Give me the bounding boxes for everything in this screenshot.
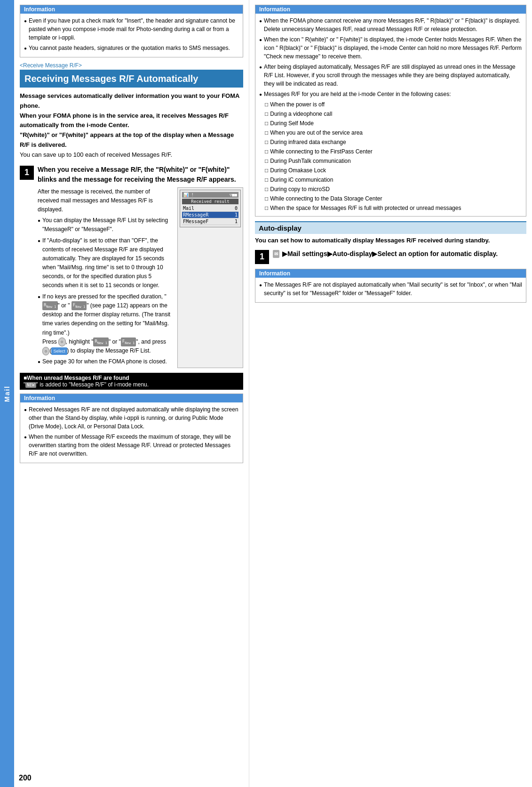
info-box-header: Information [20, 5, 243, 14]
step-bullet-2: If "Auto-display" is set to other than "… [38, 236, 173, 290]
section-tag: <Receive Message R/F> [20, 62, 243, 69]
sub-item-7: During PushTalk communication [265, 157, 522, 165]
step-1-content: When you receive a Message R/F, the "R(w… [38, 165, 243, 369]
auto-display-step-1: 1 ✉ ▶Mail settings▶Auto-display▶Select a… [255, 249, 526, 264]
top-info-box-left: Information Even if you have put a check… [20, 5, 243, 57]
sub-item-1: When the power is off [265, 100, 522, 109]
screen-row-messageR: RMessageR1 [182, 212, 238, 218]
unread-box-content: "NEW" is added to "Message R/F" of i-mod… [24, 381, 149, 388]
top-info-box-right: Information When the FOMA phone cannot r… [255, 5, 526, 217]
bottom-bullet-1: Received Messages R/F are not displayed … [24, 405, 239, 431]
step-1-body: After the message is received, the numbe… [38, 187, 243, 369]
sub-list: When the power is off During a videophon… [265, 100, 522, 212]
page-number: 200 [19, 774, 32, 782]
sub-item-12: When the space for Messages R/F is full … [265, 204, 522, 212]
screen-mockup: 📊 ! ▽■■ Received result Mail0 RMessageR1 [177, 187, 243, 369]
sub-item-4: When you are out of the service area [265, 128, 522, 137]
auto-display-section: Auto-display You can set how to automati… [255, 221, 526, 303]
right-info-header: Information [255, 5, 526, 14]
sub-item-2: During a videophone call [265, 110, 522, 118]
sub-item-10: During copy to microSD [265, 185, 522, 193]
info-bullet-2: You cannot paste headers, signatures or … [24, 44, 239, 52]
step-1-text: After the message is received, the numbe… [38, 187, 173, 369]
sidebar-tab: Mail [0, 0, 14, 787]
bottom-info-header: Information [20, 394, 243, 402]
circle-button-2[interactable]: ○ [42, 347, 49, 355]
auto-display-info-content: The Messages R/F are not displayed autom… [255, 278, 526, 302]
auto-display-instruction: ✉ ▶Mail settings▶Auto-display▶Select an … [273, 249, 526, 259]
step-number-1: 1 [20, 166, 34, 180]
section-intro: Message services automatically deliver i… [20, 91, 243, 160]
step-1-title: When you receive a Message R/F, the "R(w… [38, 165, 243, 185]
screen-row-messageF: FMessageF1 [182, 218, 238, 225]
right-info-content: When the FOMA phone cannot receive any m… [255, 14, 526, 216]
unread-box: ■When unread Messages R/F are found "NEW… [20, 373, 243, 390]
step-bullet-3: If no keys are pressed for the specified… [38, 292, 173, 356]
mail-icon: ✉ [273, 250, 279, 258]
bottom-info-box-left: Information Received Messages R/F are no… [20, 394, 243, 463]
sub-item-11: While connecting to the Data Storage Cen… [265, 194, 522, 203]
right-bullet-4: Messages R/F for you are held at the i-m… [259, 90, 522, 98]
bottom-info-content: Received Messages R/F are not displayed … [20, 402, 243, 463]
step-bullet-1: You can display the Message R/F List by … [38, 216, 173, 234]
right-bullet-2: When the icon " R(white)" or " F(white)"… [259, 35, 522, 61]
sidebar-tab-label: Mail [3, 385, 11, 402]
step-intro-text: After the message is received, the numbe… [38, 187, 173, 215]
bottom-bullet-2: When the number of Message R/F exceeds t… [24, 433, 239, 458]
auto-display-step-content: ✉ ▶Mail settings▶Auto-display▶Select an … [273, 249, 526, 264]
auto-display-info-header: Information [255, 269, 526, 278]
sub-item-9: During iC communication [265, 176, 522, 184]
right-bullet-3: After being displayed automatically, Mes… [259, 63, 522, 88]
screen-title: Received result [182, 199, 238, 204]
left-column: Information Even if you have put a check… [14, 0, 249, 787]
step-bullet-4: See page 30 for when the FOMA phone is c… [38, 357, 173, 366]
unread-box-title: ■When unread Messages R/F are found [24, 375, 129, 381]
auto-display-subtitle: You can set how to automatically display… [255, 236, 526, 245]
sub-item-6: While connecting to the FirstPass Center [265, 147, 522, 156]
info-box-content: Even if you have put a check mark for "I… [20, 14, 243, 57]
circle-button[interactable]: ○ [58, 337, 65, 346]
new-badge: NEW [25, 382, 36, 388]
auto-display-header: Auto-display [255, 221, 526, 234]
press-label: Press [42, 338, 57, 345]
step-1: 1 When you receive a Message R/F, the "R… [20, 165, 243, 369]
sub-item-3: During Self Mode [265, 119, 522, 128]
sub-item-5: During infrared data exchange [265, 138, 522, 146]
auto-display-info-box: Information The Messages R/F are not dis… [255, 269, 526, 303]
section-title: Receiving Messages R/F Automatically [20, 70, 243, 88]
right-bullet-1: When the FOMA phone cannot receive any m… [259, 16, 522, 33]
select-badge: Select [51, 347, 67, 355]
info-bullet-1: Even if you have put a check mark for "I… [24, 16, 239, 42]
screen-mockup-inner: 📊 ! ▽■■ Received result Mail0 RMessageR1 [180, 190, 241, 227]
right-column: Information When the FOMA phone cannot r… [249, 0, 532, 787]
auto-display-step-number: 1 [255, 250, 269, 264]
screen-row-mail: Mail0 [182, 205, 238, 212]
sub-item-8: During Omakase Lock [265, 166, 522, 175]
auto-display-bullet-1: The Messages R/F are not displayed autom… [259, 281, 522, 297]
